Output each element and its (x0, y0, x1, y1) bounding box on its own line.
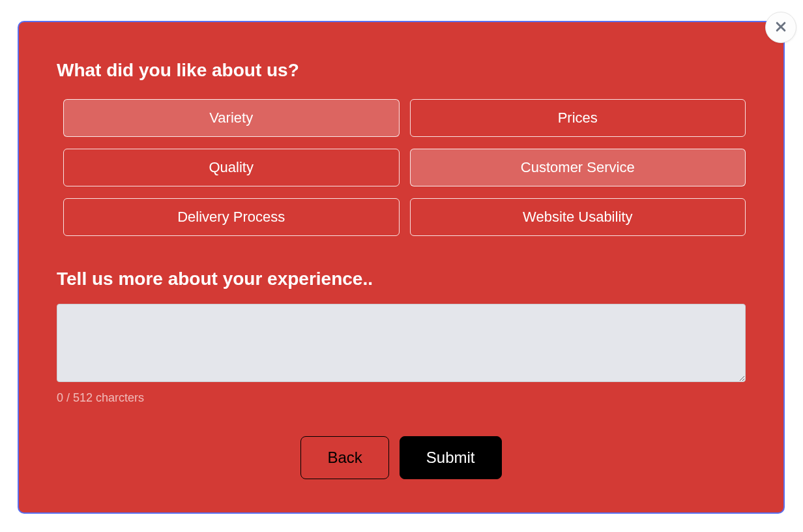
feedback-textarea[interactable] (57, 304, 746, 382)
question-heading: What did you like about us? (57, 60, 746, 81)
option-quality[interactable]: Quality (63, 149, 400, 186)
tell-more-heading: Tell us more about your experience.. (57, 269, 746, 289)
actions-row: Back Submit (57, 436, 746, 479)
option-variety[interactable]: Variety (63, 99, 400, 137)
submit-button[interactable]: Submit (400, 436, 502, 479)
option-prices[interactable]: Prices (410, 99, 746, 137)
option-delivery-process[interactable]: Delivery Process (63, 198, 400, 236)
close-button[interactable] (765, 12, 796, 43)
feedback-modal: What did you like about us? Variety Pric… (18, 21, 785, 514)
back-button[interactable]: Back (300, 436, 388, 479)
close-icon (774, 20, 787, 35)
options-grid: Variety Prices Quality Customer Service … (57, 99, 746, 236)
option-website-usability[interactable]: Website Usability (410, 198, 746, 236)
char-counter: 0 / 512 charcters (57, 391, 746, 405)
option-customer-service[interactable]: Customer Service (410, 149, 746, 186)
